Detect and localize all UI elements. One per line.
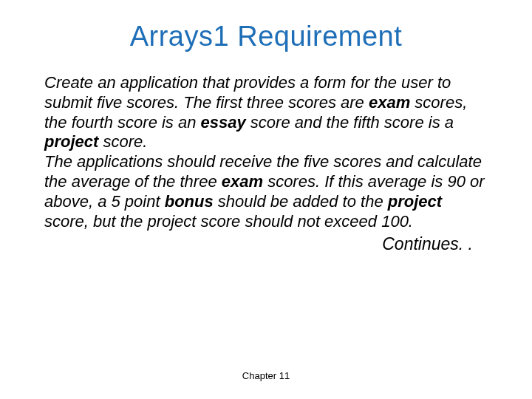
p1-bold-project: project <box>44 132 98 151</box>
slide-body: Create an application that provides a fo… <box>44 73 488 254</box>
p2-bold-exam: exam <box>222 172 263 191</box>
paragraph-1: Create an application that provides a fo… <box>44 73 488 152</box>
p2-bold-project: project <box>388 192 442 211</box>
p2-bold-bonus: bonus <box>165 192 214 211</box>
p1-text-4: score. <box>98 132 147 151</box>
p1-bold-essay: essay <box>201 113 246 132</box>
slide-footer: Chapter 11 <box>0 370 532 381</box>
p2-text-3: should be added to the <box>214 192 388 211</box>
slide: Arrays1 Requirement Create an applicatio… <box>0 0 532 399</box>
continues-text: Continues. . <box>44 233 488 254</box>
paragraph-2: The applications should receive the five… <box>44 152 488 231</box>
p1-bold-exam: exam <box>369 93 410 112</box>
slide-title: Arrays1 Requirement <box>44 21 488 52</box>
p1-text-3: score and the fifth score is a <box>246 113 454 132</box>
p2-text-4: score, but the project score should not … <box>44 212 413 231</box>
